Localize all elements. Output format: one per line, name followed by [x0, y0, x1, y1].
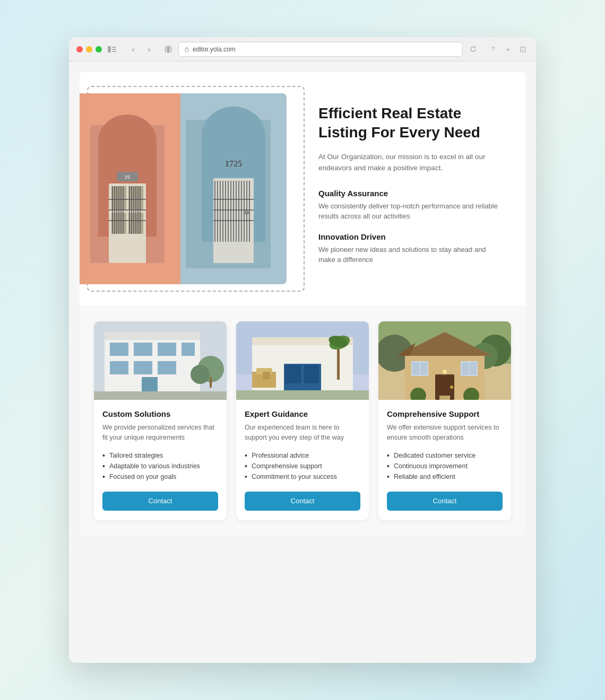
- svg-text:1725: 1725: [225, 159, 242, 168]
- feature-quality-desc: We consistently deliver top-notch perfor…: [318, 201, 504, 222]
- minimize-button[interactable]: [86, 46, 92, 52]
- svg-rect-59: [105, 332, 200, 340]
- svg-rect-106: [439, 396, 450, 400]
- svg-rect-96: [420, 362, 427, 375]
- card-2-list-item-1: Professional advice: [245, 450, 360, 461]
- nav-buttons: ‹ ›: [126, 42, 156, 56]
- card-1-desc: We provide personalized services that fi…: [102, 423, 218, 443]
- card-3-image: [378, 321, 511, 400]
- lock-icon: [184, 47, 189, 52]
- svg-rect-3: [112, 51, 116, 52]
- svg-point-101: [450, 386, 453, 389]
- hero-image: 25: [80, 93, 287, 284]
- traffic-lights: [76, 46, 102, 52]
- svg-rect-78: [304, 365, 319, 383]
- svg-rect-85: [236, 390, 369, 400]
- card-1-image: [94, 321, 227, 400]
- cards-grid: Custom Solutions We provide personalized…: [90, 321, 515, 520]
- card-3-title: Comprehensive Support: [387, 409, 503, 418]
- close-button[interactable]: [76, 46, 83, 52]
- hero-image-container: 25: [80, 93, 297, 284]
- svg-rect-63: [182, 343, 195, 356]
- feature-innovation-desc: We pioneer new ideas and solutions to st…: [318, 244, 504, 265]
- hero-section: 25: [80, 72, 525, 305]
- svg-rect-5: [185, 49, 188, 51]
- card-custom-solutions: Custom Solutions We provide personalized…: [94, 321, 227, 520]
- card-1-list-item-2: Adaptable to various industries: [102, 461, 218, 471]
- svg-rect-61: [134, 343, 152, 356]
- svg-rect-0: [108, 46, 111, 52]
- card-1-contact-button[interactable]: Contact: [102, 492, 218, 511]
- feature-innovation: Innovation Driven We pioneer new ideas a…: [318, 232, 504, 265]
- card-2-list: Professional advice Comprehensive suppor…: [245, 450, 360, 482]
- card-3-contact-button[interactable]: Contact: [387, 492, 503, 511]
- address-bar[interactable]: editor.yola.com: [178, 42, 463, 57]
- svg-rect-64: [110, 361, 128, 374]
- more-icon[interactable]: ⊡: [517, 43, 529, 55]
- browser-toolbar: ‹ › editor.yola.com ? + ⊡: [69, 37, 536, 62]
- card-expert-guidance: Expert Guidance Our experienced team is …: [236, 321, 369, 520]
- url-text: editor.yola.com: [193, 46, 236, 53]
- svg-rect-2: [112, 49, 116, 50]
- card-3-list-item-3: Reliable and efficient: [387, 471, 503, 482]
- svg-rect-62: [158, 343, 176, 356]
- card-2-title: Expert Guidance: [245, 409, 360, 418]
- svg-rect-66: [158, 361, 176, 374]
- fullscreen-button[interactable]: [96, 46, 102, 52]
- svg-text:25: 25: [125, 174, 130, 180]
- svg-rect-1: [112, 47, 116, 48]
- svg-rect-99: [470, 362, 477, 375]
- card-1-list-item-1: Tailored strategies: [102, 450, 218, 461]
- card-3-list-item-1: Dedicated customer service: [387, 450, 503, 461]
- sidebar-toggle-icon[interactable]: [106, 43, 118, 55]
- hero-title: Efficient Real Estate Listing For Every …: [318, 104, 504, 143]
- svg-rect-95: [412, 362, 419, 375]
- card-3-body: Comprehensive Support We offer extensive…: [378, 400, 511, 520]
- card-1-body: Custom Solutions We provide personalized…: [94, 400, 227, 520]
- help-icon[interactable]: ?: [487, 43, 499, 55]
- browser-content: 25: [69, 62, 536, 663]
- card-2-list-item-2: Comprehensive support: [245, 461, 360, 471]
- card-1-list: Tailored strategies Adaptable to various…: [102, 450, 218, 482]
- back-button[interactable]: ‹: [126, 42, 140, 56]
- feature-quality: Quality Assurance We consistently delive…: [318, 189, 504, 222]
- reload-icon[interactable]: [467, 43, 479, 55]
- svg-point-70: [191, 365, 210, 384]
- toolbar-right: ? + ⊡: [487, 43, 529, 55]
- card-2-body: Expert Guidance Our experienced team is …: [236, 400, 369, 520]
- cards-section: Custom Solutions We provide personalized…: [80, 305, 525, 536]
- forward-button[interactable]: ›: [142, 42, 156, 56]
- card-2-contact-button[interactable]: Contact: [245, 492, 360, 511]
- card-2-desc: Our experienced team is here to support …: [245, 423, 360, 443]
- card-1-list-item-3: Focused on your goals: [102, 471, 218, 482]
- svg-rect-71: [94, 391, 227, 400]
- svg-rect-65: [134, 361, 152, 374]
- page-inner: 25: [80, 72, 525, 536]
- svg-point-56: [245, 211, 249, 215]
- theme-icon[interactable]: [162, 43, 174, 55]
- hero-subtitle: At Our Organization, our mission is to e…: [318, 151, 504, 174]
- add-tab-icon[interactable]: +: [502, 43, 514, 55]
- svg-point-103: [443, 370, 447, 374]
- card-1-title: Custom Solutions: [102, 409, 218, 418]
- feature-innovation-title: Innovation Driven: [318, 232, 504, 241]
- card-comprehensive-support: Comprehensive Support We offer extensive…: [378, 321, 511, 520]
- svg-rect-77: [285, 365, 301, 383]
- svg-rect-98: [462, 362, 469, 375]
- svg-rect-60: [110, 343, 128, 356]
- svg-rect-69: [210, 377, 212, 388]
- hero-content: Efficient Real Estate Listing For Every …: [318, 93, 504, 276]
- svg-rect-81: [263, 372, 270, 379]
- browser-window: ‹ › editor.yola.com ? + ⊡: [69, 37, 536, 663]
- card-3-list: Dedicated customer service Continuous im…: [387, 450, 503, 482]
- card-3-list-item-2: Continuous improvement: [387, 461, 503, 471]
- card-2-image: [236, 321, 369, 400]
- card-3-desc: We offer extensive support services to e…: [387, 423, 503, 443]
- card-2-list-item-3: Commitment to your success: [245, 471, 360, 482]
- feature-quality-title: Quality Assurance: [318, 189, 504, 198]
